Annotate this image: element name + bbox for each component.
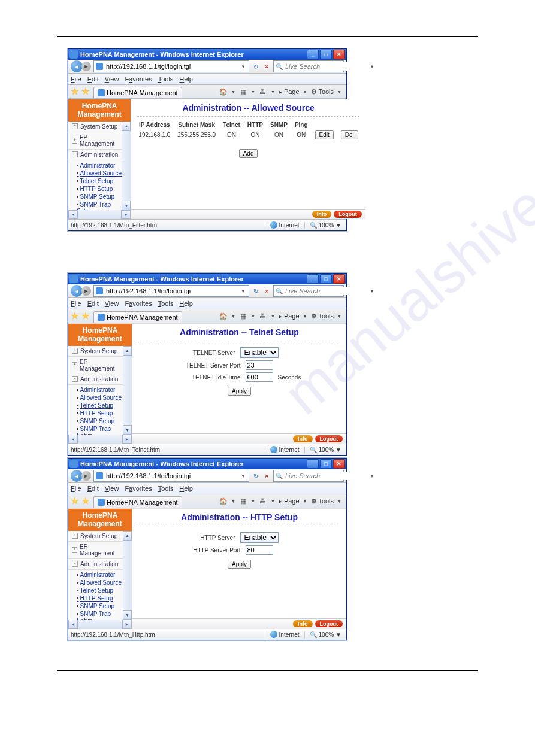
search-field[interactable] xyxy=(284,62,370,71)
search-box[interactable]: 🔍▼ xyxy=(273,470,344,482)
print-icon[interactable]: 🖶 xyxy=(259,312,267,320)
titlebar[interactable]: HomePNA Management - Windows Internet Ex… xyxy=(68,459,346,469)
sidebar-hscroll[interactable]: ◄► xyxy=(68,620,132,629)
logout-pill[interactable]: Logout xyxy=(334,211,362,218)
favorites-star-icon[interactable] xyxy=(71,497,79,505)
nav-item-administrator[interactable]: •Administrator xyxy=(77,571,123,579)
maximize-button[interactable]: □ xyxy=(320,459,332,469)
minimize-button[interactable]: _ xyxy=(307,274,319,284)
nav-item-allowed-source[interactable]: •Allowed Source xyxy=(77,394,123,402)
tools-menu[interactable]: ⚙ Tools xyxy=(311,497,334,505)
stop-icon[interactable]: ✕ xyxy=(262,62,271,71)
maximize-button[interactable]: □ xyxy=(320,50,332,59)
favorites-star-icon[interactable] xyxy=(71,312,79,320)
page-menu[interactable]: ▸ Page xyxy=(279,88,300,96)
nav-ep-management[interactable]: +EP Management xyxy=(68,357,123,374)
refresh-icon[interactable]: ↻ xyxy=(252,472,260,480)
search-dropdown-icon[interactable]: ▼ xyxy=(370,64,374,69)
nav-item-telnet-setup[interactable]: •Telnet Setup xyxy=(77,177,122,185)
nav-ep-management[interactable]: +EP Management xyxy=(68,542,123,559)
stop-icon[interactable]: ✕ xyxy=(262,287,271,295)
url-input[interactable]: ▼ xyxy=(93,60,249,72)
url-dropdown-icon[interactable]: ▼ xyxy=(240,64,247,69)
info-pill[interactable]: Info xyxy=(293,620,313,627)
back-button[interactable]: ◄ xyxy=(71,285,83,297)
nav-item-http-setup[interactable]: •HTTP Setup xyxy=(77,409,123,417)
menu-help[interactable]: Help xyxy=(179,300,193,307)
home-icon[interactable]: 🏠 xyxy=(219,87,228,96)
url-field[interactable] xyxy=(105,287,240,295)
menu-edit[interactable]: Edit xyxy=(87,75,99,83)
nav-item-snmp-trap-setup[interactable]: •SNMP Trap Setup xyxy=(77,610,123,620)
nav-item-administrator[interactable]: •Administrator xyxy=(77,162,122,169)
add-favorites-icon[interactable] xyxy=(81,312,90,320)
telnet-server-select[interactable]: Enable xyxy=(240,347,279,358)
url-field[interactable] xyxy=(105,472,240,480)
search-box[interactable]: 🔍▼ xyxy=(273,285,344,297)
add-favorites-icon[interactable] xyxy=(81,497,90,505)
minimize-button[interactable]: _ xyxy=(307,459,319,469)
menu-tools[interactable]: Tools xyxy=(158,300,174,307)
nav-item-snmp-setup[interactable]: •SNMP Setup xyxy=(77,417,123,425)
close-button[interactable]: ✕ xyxy=(333,459,345,469)
search-dropdown-icon[interactable]: ▼ xyxy=(370,473,374,479)
telnet-port-input[interactable] xyxy=(246,360,273,370)
tools-menu[interactable]: ⚙ Tools xyxy=(311,88,334,96)
forward-button[interactable]: ► xyxy=(81,471,91,481)
telnet-idle-input[interactable] xyxy=(246,372,273,382)
url-input[interactable]: ▼ xyxy=(93,285,249,297)
feeds-icon[interactable]: ▦ xyxy=(239,312,247,320)
security-zone[interactable]: Internet xyxy=(265,221,304,229)
back-button[interactable]: ◄ xyxy=(71,60,83,72)
nav-ep-management[interactable]: +EP Management xyxy=(68,132,122,150)
nav-system-setup[interactable]: +System Setup xyxy=(68,122,122,132)
nav-item-telnet-setup[interactable]: •Telnet Setup xyxy=(77,587,123,594)
nav-system-setup[interactable]: +System Setup xyxy=(68,346,123,357)
menu-file[interactable]: File xyxy=(71,75,81,83)
tools-menu[interactable]: ⚙ Tools xyxy=(311,312,334,320)
print-icon[interactable]: 🖶 xyxy=(259,87,267,96)
nav-item-http-setup[interactable]: •HTTP Setup xyxy=(77,594,123,602)
security-zone[interactable]: Internet xyxy=(265,446,304,453)
home-icon[interactable]: 🏠 xyxy=(219,497,228,505)
menu-tools[interactable]: Tools xyxy=(158,485,174,492)
minimize-button[interactable]: _ xyxy=(307,50,319,59)
apply-button[interactable]: Apply xyxy=(228,560,251,569)
apply-button[interactable]: Apply xyxy=(228,387,251,396)
menu-file[interactable]: File xyxy=(71,300,81,307)
feeds-icon[interactable]: ▦ xyxy=(239,497,247,505)
nav-item-snmp-trap-setup[interactable]: •SNMP Trap Setup xyxy=(77,201,122,210)
maximize-button[interactable]: □ xyxy=(320,274,332,284)
menu-favorites[interactable]: Favorites xyxy=(125,485,152,492)
menu-file[interactable]: File xyxy=(71,485,81,492)
titlebar[interactable]: HomePNA Management - Windows Internet Ex… xyxy=(68,49,346,60)
nav-administration[interactable]: -Administration xyxy=(68,559,123,570)
menu-help[interactable]: Help xyxy=(179,75,193,83)
zoom-control[interactable]: 🔍 100% ▼ xyxy=(304,222,346,229)
menu-favorites[interactable]: Favorites xyxy=(125,75,152,83)
menu-help[interactable]: Help xyxy=(179,485,193,492)
zoom-control[interactable]: 🔍 100% ▼ xyxy=(304,447,346,453)
menu-edit[interactable]: Edit xyxy=(87,300,99,307)
del-button[interactable]: Del xyxy=(341,130,358,139)
browser-tab[interactable]: HomePNA Management xyxy=(93,311,182,323)
forward-button[interactable]: ► xyxy=(81,62,91,71)
nav-item-telnet-setup[interactable]: •Telnet Setup xyxy=(77,402,123,409)
feeds-icon[interactable]: ▦ xyxy=(239,87,247,96)
close-button[interactable]: ✕ xyxy=(333,50,345,59)
close-button[interactable]: ✕ xyxy=(333,274,345,284)
refresh-icon[interactable]: ↻ xyxy=(252,62,260,71)
add-favorites-icon[interactable] xyxy=(81,87,90,96)
page-menu[interactable]: ▸ Page xyxy=(279,312,300,320)
logout-pill[interactable]: Logout xyxy=(315,435,343,442)
nav-system-setup[interactable]: +System Setup xyxy=(68,531,123,542)
menu-tools[interactable]: Tools xyxy=(158,75,174,83)
nav-item-snmp-setup[interactable]: •SNMP Setup xyxy=(77,193,122,201)
search-field[interactable] xyxy=(284,287,370,295)
menu-favorites[interactable]: Favorites xyxy=(125,300,152,307)
nav-item-allowed-source[interactable]: •Allowed Source xyxy=(77,169,122,177)
menu-edit[interactable]: Edit xyxy=(87,485,99,492)
url-field[interactable] xyxy=(105,62,240,71)
http-port-input[interactable] xyxy=(246,545,273,555)
menu-view[interactable]: View xyxy=(105,300,119,307)
